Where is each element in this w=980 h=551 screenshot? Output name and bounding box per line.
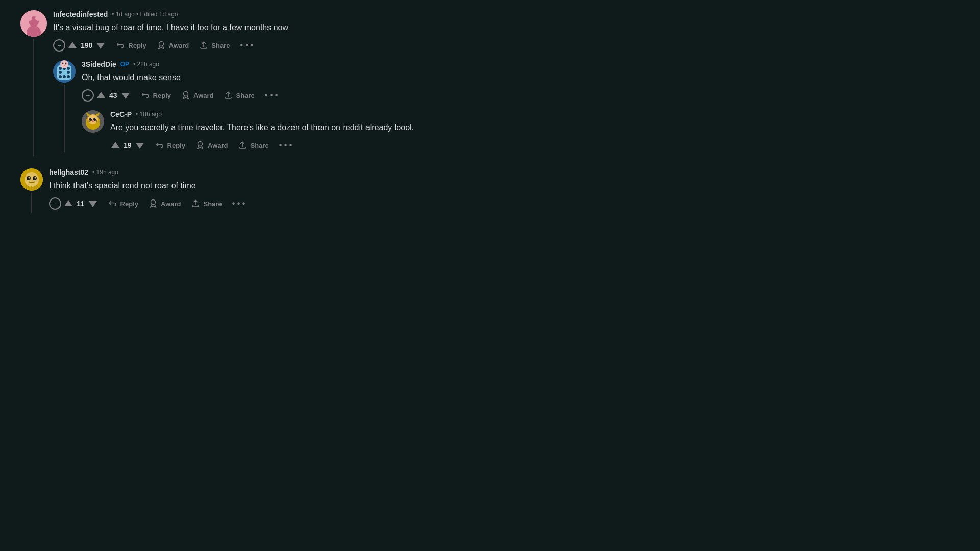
avatar-infectedinfested: [20, 10, 47, 37]
svg-point-29: [92, 120, 94, 122]
reply-button-1[interactable]: Reply: [112, 39, 150, 52]
comment-header-4: hellghast02 • 19h ago: [49, 168, 694, 177]
reply-icon-3: [155, 141, 164, 150]
comment-header-3: CeC-P • 18h ago: [110, 110, 694, 118]
svg-point-25: [89, 118, 92, 121]
award-icon-3: [195, 141, 205, 150]
comment-row-1: Infectedinfested • 1d ago • Edited 1d ag…: [20, 10, 694, 156]
thread-line-2: [64, 85, 65, 152]
comment-body-1: It's a visual bug of roar of time. I hav…: [53, 21, 694, 34]
svg-point-18: [65, 63, 67, 64]
reply-button-3[interactable]: Reply: [151, 139, 189, 152]
avatar-hellghast: [20, 168, 43, 191]
comment-header-2: 3SidedDie OP • 22h ago: [82, 60, 694, 68]
comment-left-4: [20, 168, 43, 213]
collapse-button-4[interactable]: −: [49, 197, 61, 210]
svg-point-36: [24, 172, 39, 187]
comment-row-2: 3SidedDie OP • 22h ago Oh, that would ma…: [53, 60, 694, 152]
collapse-button-2[interactable]: −: [82, 89, 94, 102]
share-button-4[interactable]: Share: [187, 197, 226, 210]
username-cecp: CeC-P: [110, 110, 132, 118]
more-button-1[interactable]: • • •: [236, 39, 257, 52]
comment-row-3: CeC-P • 18h ago Are you secretly a time …: [82, 110, 694, 152]
comment-content-3: CeC-P • 18h ago Are you secretly a time …: [110, 110, 694, 152]
comment-content-4: hellghast02 • 19h ago I think that's spa…: [49, 168, 694, 213]
more-button-2[interactable]: • • •: [261, 89, 282, 102]
action-bar-1: − 190 Reply: [53, 39, 694, 52]
comment-body-4: I think that's spacial rend not roar of …: [49, 180, 694, 192]
vote-section-1: 190: [67, 40, 106, 51]
username-infectedinfested: Infectedinfested: [53, 10, 108, 18]
upvote-icon-3[interactable]: [110, 140, 120, 151]
svg-point-28: [95, 118, 96, 119]
vote-count-2: 43: [109, 91, 117, 99]
comment-content-2: 3SidedDie OP • 22h ago Oh, that would ma…: [82, 60, 694, 152]
svg-point-12: [67, 71, 70, 74]
downvote-icon-4[interactable]: [88, 198, 98, 209]
reply-icon-4: [108, 199, 117, 208]
timestamp-1: • 1d ago • Edited 1d ago: [112, 11, 178, 18]
comment-left-1: [20, 10, 47, 156]
op-badge: OP: [120, 61, 129, 68]
share-icon-1: [199, 41, 208, 50]
thread-line-1: [33, 39, 34, 156]
share-icon-3: [238, 141, 247, 150]
username-3sideddie: 3SidedDie: [82, 60, 116, 68]
comment-left-3: [82, 110, 104, 152]
reply-icon-2: [141, 91, 150, 100]
comment-row-4: hellghast02 • 19h ago I think that's spa…: [20, 168, 694, 213]
action-bar-4: − 11 Reply: [49, 197, 694, 210]
action-bar-2: − 43: [82, 89, 694, 102]
username-hellghast: hellghast02: [49, 168, 88, 177]
award-button-1[interactable]: Award: [153, 39, 193, 52]
downvote-icon-3[interactable]: [135, 140, 145, 151]
award-button-2[interactable]: Award: [177, 89, 218, 102]
avatar-svg: [20, 10, 47, 37]
upvote-icon-1[interactable]: [67, 40, 78, 51]
svg-point-3: [27, 16, 32, 21]
svg-point-41: [151, 200, 155, 205]
svg-point-26: [93, 118, 96, 121]
share-button-3[interactable]: Share: [234, 139, 273, 152]
svg-point-5: [159, 42, 163, 46]
vote-section-3: 19: [110, 140, 145, 151]
comment-content-1: Infectedinfested • 1d ago • Edited 1d ag…: [53, 10, 694, 156]
more-button-3[interactable]: • • •: [275, 139, 297, 152]
collapse-button-1[interactable]: −: [53, 39, 65, 52]
award-icon-2: [181, 91, 190, 100]
timestamp-4: • 19h ago: [92, 169, 118, 176]
upvote-icon-4[interactable]: [63, 198, 74, 209]
action-bar-3: 19 Reply: [110, 139, 694, 152]
upvote-icon-2[interactable]: [96, 90, 106, 101]
svg-point-10: [67, 67, 70, 70]
reply-icon-1: [116, 41, 125, 50]
share-icon-2: [224, 91, 233, 100]
svg-point-27: [91, 118, 92, 119]
reply-button-2[interactable]: Reply: [137, 89, 175, 102]
award-icon-1: [157, 41, 166, 50]
share-icon-4: [191, 199, 200, 208]
svg-point-16: [60, 60, 68, 68]
comment-body-2: Oh, that would make sense: [82, 71, 694, 84]
avatar-3sideddie: [53, 60, 76, 83]
award-button-3[interactable]: Award: [191, 139, 232, 152]
vote-count-4: 11: [77, 199, 85, 208]
svg-point-4: [35, 16, 40, 21]
reply-button-4[interactable]: Reply: [104, 197, 142, 210]
thread-line-4: [31, 193, 32, 213]
share-button-2[interactable]: Share: [219, 89, 258, 102]
svg-point-15: [67, 75, 70, 78]
vote-section-2: 43: [96, 90, 131, 101]
comment-body-3: Are you secretly a time traveler. There'…: [110, 121, 694, 134]
comment-left-2: [53, 60, 76, 152]
more-button-4[interactable]: • • •: [228, 197, 250, 210]
downvote-icon-1[interactable]: [95, 40, 106, 51]
award-button-4[interactable]: Award: [144, 197, 185, 210]
svg-point-8: [59, 67, 62, 70]
svg-point-13: [59, 75, 62, 78]
share-button-1[interactable]: Share: [195, 39, 234, 52]
downvote-icon-2[interactable]: [120, 90, 131, 101]
avatar-cecp: [82, 110, 104, 133]
vote-count-3: 19: [124, 141, 132, 149]
award-icon-4: [149, 199, 158, 208]
